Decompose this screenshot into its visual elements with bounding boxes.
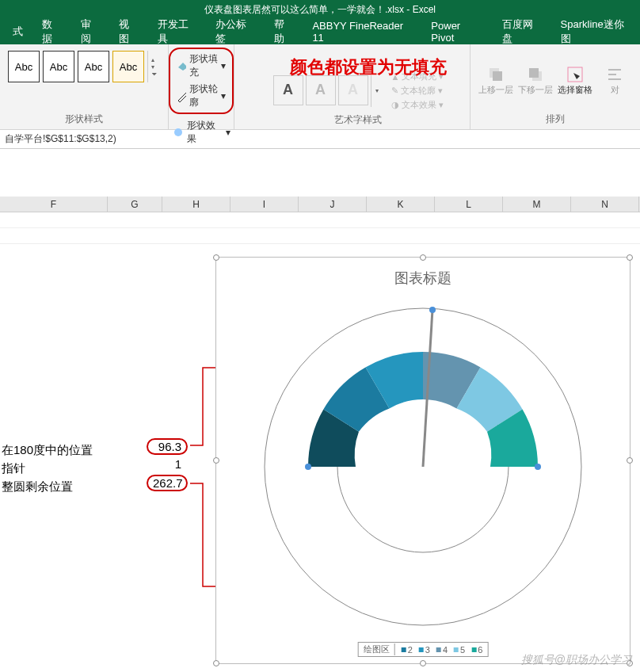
ribbon-tabs: 式 数据 审阅 视图 开发工具 办公标签 帮助 ABBYY FineReader…	[0, 19, 640, 44]
sel-handle-tl[interactable]	[213, 254, 219, 261]
col-n[interactable]: N	[571, 197, 639, 212]
arrange-group: 上移一层 下移一层 选择窗格 对 排列	[470, 44, 640, 129]
label-pointer: 指针	[2, 459, 93, 477]
legend-2: 2	[402, 645, 413, 655]
col-j[interactable]: J	[299, 197, 367, 212]
effects-icon	[172, 126, 184, 139]
series-handle[interactable]	[429, 307, 436, 313]
col-k[interactable]: K	[367, 197, 435, 212]
shape-style-2[interactable]: Abc	[43, 51, 74, 82]
pen-icon	[177, 90, 186, 102]
legend-5: 5	[454, 645, 465, 655]
sel-handle-bc[interactable]	[420, 660, 426, 666]
wordart-1[interactable]: A	[273, 75, 303, 105]
shape-group-label: 形状样式	[65, 111, 103, 128]
col-h[interactable]: H	[162, 197, 230, 212]
shape-fill-button[interactable]: 形状填充 ▾	[173, 51, 229, 81]
shape-effects-button[interactable]: 形状效果 ▾	[169, 117, 234, 147]
text-effects-button: ◑文本效果 ▾	[390, 98, 446, 112]
shape-outline-button[interactable]: 形状轮廓 ▾	[173, 81, 229, 111]
label-remaining: 整圆剩余位置	[2, 477, 93, 495]
text-outline-icon: ✎	[391, 86, 398, 96]
value-position[interactable]: 96.3	[147, 438, 188, 455]
svg-rect-4	[529, 68, 539, 78]
value-remaining[interactable]: 262.7	[147, 475, 188, 491]
sel-handle-tc[interactable]	[420, 254, 426, 261]
arrange-group-label: 排列	[546, 111, 565, 128]
legend-3: 3	[419, 645, 430, 655]
chart-title[interactable]: 图表标题	[216, 258, 630, 292]
watermark: 搜狐号@职场办公学习	[521, 653, 632, 667]
data-labels-block: 在180度中的位置 指针 整圆剩余位置	[2, 441, 93, 495]
tab-powerpivot[interactable]: Power Pivot	[421, 15, 493, 48]
shape-style-4[interactable]: Abc	[112, 51, 144, 82]
send-backward-button[interactable]: 下移一层	[518, 65, 553, 96]
sel-handle-tr[interactable]	[627, 254, 633, 261]
legend-6: 6	[471, 645, 482, 655]
tab-format[interactable]: 式	[3, 20, 32, 44]
tab-abbyy[interactable]: ABBYY FineReader 11	[303, 15, 421, 48]
gauge-chart[interactable]	[249, 292, 597, 641]
formula-bar[interactable]: 自学平台!$G$11:$G$13,2)	[0, 130, 640, 149]
col-f[interactable]: F	[0, 197, 108, 212]
text-outline-button: ✎文本轮廓 ▾	[390, 84, 446, 97]
formula-text: 自学平台!$G$11:$G$13,2)	[5, 132, 116, 146]
send-backward-icon	[526, 65, 545, 84]
wordart-2[interactable]: A	[306, 75, 336, 105]
bring-forward-button[interactable]: 上移一层	[478, 65, 513, 96]
chart-legend[interactable]: 绘图区 2 3 4 5 6	[358, 642, 489, 657]
selection-pane-icon	[566, 65, 585, 84]
worksheet[interactable]: F G H I J K L M N	[0, 149, 640, 244]
col-i[interactable]: I	[230, 197, 299, 212]
shape-style-3[interactable]: Abc	[78, 51, 109, 82]
bring-forward-icon	[486, 65, 505, 84]
shape-fill-outline-group: 形状填充 ▾ 形状轮廓 ▾ 形状效果 ▾	[169, 44, 234, 129]
value-pointer[interactable]: 1	[147, 457, 188, 471]
shape-style-1[interactable]: Abc	[8, 51, 40, 82]
style-gallery-dropdown[interactable]: ▴▾⏷	[147, 51, 160, 82]
annotation-text: 颜色都设置为无填充	[290, 55, 447, 79]
wordart-group-label: 艺术字样式	[334, 112, 382, 128]
series-handle[interactable]	[535, 464, 541, 470]
selection-pane-button[interactable]: 选择窗格	[558, 65, 592, 96]
series-handle[interactable]	[305, 464, 311, 470]
col-l[interactable]: L	[435, 197, 503, 212]
col-g[interactable]: G	[108, 197, 162, 212]
label-position: 在180度中的位置	[2, 441, 93, 459]
legend-4: 4	[436, 645, 448, 655]
chart-object[interactable]: 图表标题 绘图区 2 3 4 5 6	[215, 257, 630, 664]
shape-styles-group: Abc Abc Abc Abc ▴▾⏷ 形状样式	[0, 44, 169, 129]
svg-point-0	[174, 128, 182, 136]
wordart-3[interactable]: A	[338, 75, 368, 105]
align-button[interactable]: 对	[597, 65, 632, 96]
ribbon-content: Abc Abc Abc Abc ▴▾⏷ 形状样式 形状填充 ▾ 形状轮廓 ▾ 形…	[0, 44, 640, 130]
align-icon	[605, 65, 624, 84]
svg-rect-2	[493, 71, 502, 81]
sel-handle-bl[interactable]	[213, 660, 219, 666]
sel-handle-ml[interactable]	[213, 457, 219, 464]
text-effects-icon: ◑	[391, 100, 399, 110]
column-headers: F G H I J K L M N	[0, 197, 640, 212]
wordart-dropdown[interactable]: ▾	[371, 75, 383, 107]
legend-title: 绘图区	[364, 643, 395, 655]
sel-handle-mr[interactable]	[627, 457, 633, 464]
col-m[interactable]: M	[503, 197, 571, 212]
paint-bucket-icon	[177, 59, 186, 72]
